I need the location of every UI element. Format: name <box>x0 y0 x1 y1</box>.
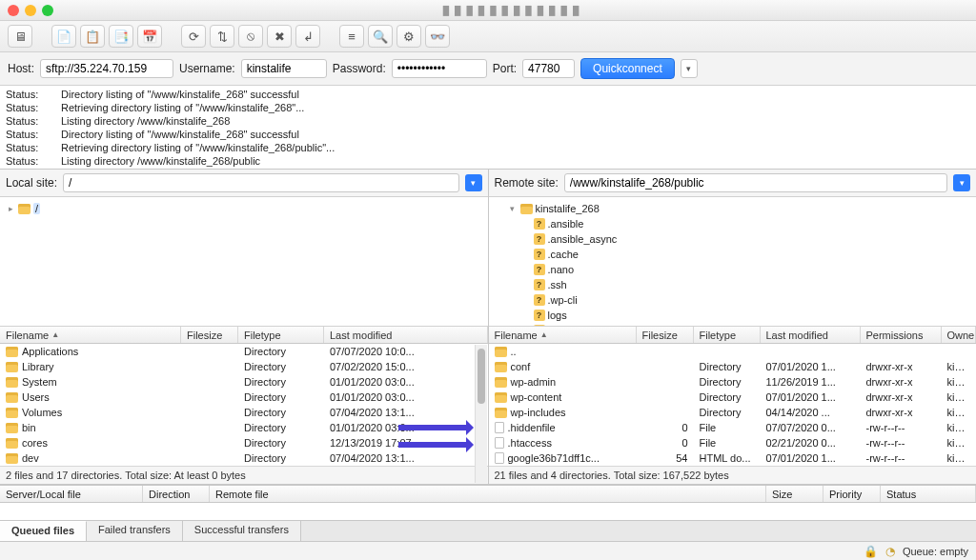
folder-icon <box>6 347 18 357</box>
host-input[interactable] <box>40 59 173 78</box>
quickconnect-history-dropdown[interactable]: ▾ <box>681 59 698 78</box>
local-path-dropdown[interactable]: ▾ <box>465 174 482 191</box>
col-server-local[interactable]: Server/Local file <box>0 486 143 502</box>
queue-header[interactable]: Server/Local file Direction Remote file … <box>0 486 976 503</box>
toggle-queue-icon[interactable]: 📑 <box>109 25 133 48</box>
tab-successful[interactable]: Successful transfers <box>183 521 301 541</box>
main-toolbar: 🖥 📄 📋 📑 📅 ⟳ ⇅ ⦸ ✖ ↲ ≡ 🔍 ⚙ 👓 <box>0 21 976 52</box>
process-queue-icon[interactable]: ⇅ <box>210 25 234 48</box>
col-modified[interactable]: Last modified <box>324 327 488 343</box>
col-status[interactable]: Status <box>881 486 976 502</box>
col-filetype[interactable]: Filetype <box>694 327 761 343</box>
folder-icon <box>6 392 18 403</box>
local-scrollbar[interactable] <box>475 345 487 483</box>
reconnect-icon[interactable]: ↲ <box>295 25 320 48</box>
list-item[interactable]: wp-adminDirectory11/26/2019 1...drwxr-xr… <box>489 374 977 390</box>
log-line: Status:Retrieving directory listing of "… <box>6 101 970 114</box>
col-modified[interactable]: Last modified <box>761 327 861 343</box>
gear-icon[interactable]: ⚙ <box>396 25 421 48</box>
username-input[interactable] <box>241 59 327 78</box>
remote-list-header[interactable]: Filename▲ Filesize Filetype Last modifie… <box>489 327 977 344</box>
chevron-right-icon[interactable]: ▸ <box>6 204 15 213</box>
local-tree-root-label: / <box>33 203 40 214</box>
chevron-icon[interactable]: ▾ <box>508 204 518 213</box>
compare-icon[interactable]: 👓 <box>425 25 450 48</box>
list-item[interactable]: confDirectory07/01/2020 1...drwxr-xr-xki… <box>489 359 977 374</box>
col-filesize[interactable]: Filesize <box>181 327 238 343</box>
password-label: Password: <box>333 62 386 75</box>
file-icon <box>495 452 504 464</box>
queue-body[interactable] <box>0 503 976 520</box>
zoom-window-icon[interactable] <box>42 5 53 16</box>
refresh-icon[interactable]: ⟳ <box>181 25 206 48</box>
folder-icon <box>495 362 507 372</box>
list-item[interactable]: devDirectory07/04/2020 13:1... <box>0 450 488 466</box>
panes-container: Local site: ▾ ▸ / Filename▲ Filesize Fil… <box>0 170 976 486</box>
close-window-icon[interactable] <box>8 5 19 16</box>
list-item[interactable]: binDirectory01/01/2020 03:0... <box>0 420 488 435</box>
list-item[interactable]: LibraryDirectory07/02/2020 15:0... <box>0 359 488 374</box>
tree-item[interactable]: ?.ansible <box>495 216 971 231</box>
remote-path-input[interactable] <box>564 173 947 192</box>
search-icon[interactable]: 🔍 <box>368 25 393 48</box>
tab-queued[interactable]: Queued files <box>0 521 87 541</box>
list-item[interactable]: .. <box>489 344 977 359</box>
filter-icon[interactable]: ≡ <box>339 25 364 48</box>
unknown-icon: ? <box>534 294 545 306</box>
local-path-input[interactable] <box>63 173 458 192</box>
tree-item[interactable]: ?.wp-cli <box>495 292 971 308</box>
local-list-header[interactable]: Filename▲ Filesize Filetype Last modifie… <box>0 327 488 344</box>
col-owner[interactable]: Owner/Group <box>942 327 977 343</box>
col-priority[interactable]: Priority <box>824 486 881 502</box>
list-item[interactable]: google36b71dff1c...54HTML do...07/01/202… <box>489 450 977 466</box>
password-input[interactable] <box>392 59 487 78</box>
port-input[interactable] <box>522 59 575 78</box>
col-filename[interactable]: Filename▲ <box>0 327 181 343</box>
minimize-window-icon[interactable] <box>25 5 36 16</box>
list-item[interactable]: SystemDirectory01/01/2020 03:0... <box>0 374 488 390</box>
local-tree[interactable]: ▸ / <box>0 197 488 327</box>
list-item[interactable]: wp-includesDirectory04/14/2020 ...drwxr-… <box>489 405 977 420</box>
folder-icon <box>520 204 533 214</box>
col-direction[interactable]: Direction <box>143 486 210 502</box>
cancel-icon[interactable]: ⦸ <box>238 25 263 48</box>
list-item[interactable]: .htaccess0File02/21/2020 0...-rw-r--r--k… <box>489 435 977 450</box>
col-filesize[interactable]: Filesize <box>637 327 694 343</box>
remote-list-body[interactable]: ..confDirectory07/01/2020 1...drwxr-xr-x… <box>489 344 977 466</box>
toggle-multi-icon[interactable]: 📅 <box>137 25 162 48</box>
col-size[interactable]: Size <box>766 486 824 502</box>
list-item[interactable]: VolumesDirectory07/04/2020 13:1... <box>0 405 488 420</box>
queue-tabs: Queued files Failed transfers Successful… <box>0 520 976 541</box>
quickconnect-button[interactable]: Quickconnect <box>580 58 675 79</box>
tree-item[interactable]: ?.ansible_async <box>495 231 971 247</box>
remote-path-dropdown[interactable]: ▾ <box>953 174 970 191</box>
folder-icon <box>495 408 507 418</box>
site-manager-icon[interactable]: 🖥 <box>8 25 32 48</box>
tree-item[interactable]: ▾kinstalife_268 <box>495 201 971 216</box>
queue-status-label: Queue: empty <box>903 546 968 557</box>
tree-item[interactable]: ?logs <box>495 308 971 323</box>
toggle-tree-icon[interactable]: 📋 <box>80 25 105 48</box>
col-filename[interactable]: Filename▲ <box>489 327 637 343</box>
list-item[interactable]: UsersDirectory01/01/2020 03:0... <box>0 390 488 405</box>
list-item[interactable]: .hiddenfile0File07/07/2020 0...-rw-r--r-… <box>489 420 977 435</box>
tree-item[interactable]: ?.cache <box>495 247 971 262</box>
tab-failed[interactable]: Failed transfers <box>87 521 183 541</box>
col-filetype[interactable]: Filetype <box>238 327 324 343</box>
local-tree-root[interactable]: ▸ / <box>6 201 482 216</box>
list-item[interactable]: ApplicationsDirectory07/07/2020 10:0... <box>0 344 488 359</box>
toggle-log-icon[interactable]: 📄 <box>51 25 76 48</box>
tree-item[interactable]: ?.nano <box>495 262 971 277</box>
activity-icon: ◔ <box>885 545 895 558</box>
local-pane: Local site: ▾ ▸ / Filename▲ Filesize Fil… <box>0 170 488 485</box>
window-title: ████████████ <box>59 6 968 15</box>
col-remote-file[interactable]: Remote file <box>210 486 766 502</box>
disconnect-icon[interactable]: ✖ <box>267 25 292 48</box>
message-log[interactable]: Status:Directory listing of "/www/kinsta… <box>0 86 976 170</box>
list-item[interactable]: wp-contentDirectory07/01/2020 1...drwxr-… <box>489 390 977 405</box>
tree-item[interactable]: ?.ssh <box>495 277 971 292</box>
col-permissions[interactable]: Permissions <box>861 327 942 343</box>
local-list-body[interactable]: ApplicationsDirectory07/07/2020 10:0...L… <box>0 344 488 466</box>
list-item[interactable]: coresDirectory12/13/2019 17:07... <box>0 435 488 450</box>
remote-tree[interactable]: ▾kinstalife_268?.ansible?.ansible_async?… <box>489 197 977 327</box>
